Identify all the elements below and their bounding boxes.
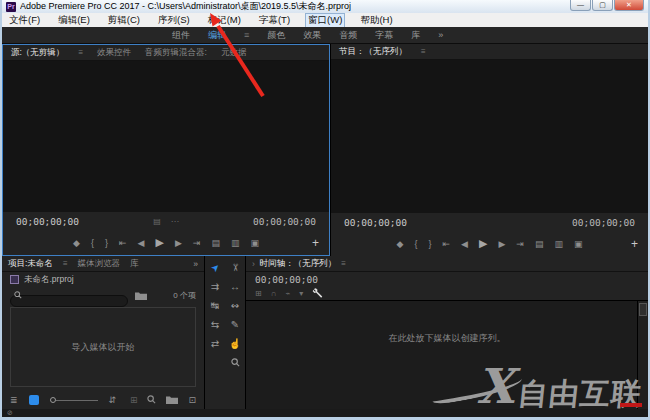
source-playback-settings-icon[interactable]: ⋯	[171, 217, 179, 226]
insert-icon[interactable]: ▤	[211, 238, 220, 248]
tab-audio-clip-mixer[interactable]: 音频剪辑混合器:	[145, 47, 207, 59]
tab-libraries[interactable]: 库	[130, 258, 139, 270]
mark-out-icon[interactable]: }	[105, 238, 108, 248]
automate-to-sequence-icon[interactable]: ⊞	[130, 395, 138, 405]
menu-sequence[interactable]: 序列(S)	[156, 14, 192, 27]
workspace-tab-assembly[interactable]: 组件	[172, 29, 190, 42]
window-title: Adobe Premiere Pro CC 2017 - C:\Users\Ad…	[20, 0, 351, 13]
workspace-tab-effects[interactable]: 效果	[303, 29, 321, 42]
workspace-tab-audio[interactable]: 音频	[339, 29, 357, 42]
razor-tool[interactable]: ✂	[229, 263, 240, 271]
premiere-window: Pr Adobe Premiere Pro CC 2017 - C:\Users…	[0, 0, 650, 420]
drop-hint-label: 导入媒体以开始	[72, 341, 135, 354]
timeline-chevron-icon[interactable]: ›	[252, 259, 255, 269]
button-editor-icon[interactable]: +	[631, 237, 638, 251]
timeline-track-area[interactable]: 在此处放下媒体以创建序列。 X 自由互联	[246, 300, 648, 409]
menu-edit[interactable]: 编辑(E)	[56, 14, 92, 27]
button-editor-icon[interactable]: +	[312, 236, 319, 250]
step-forward-icon[interactable]: ▶	[175, 238, 182, 248]
go-to-in-icon[interactable]: ⇤	[119, 238, 127, 248]
play-icon[interactable]: ▶	[479, 237, 487, 250]
project-panel: 项目:未命名 ≡ 媒体浏览器 库 » 未命名.prproj 0 个项	[2, 256, 204, 409]
folder-icon[interactable]	[135, 291, 147, 300]
tab-media-browser[interactable]: 媒体浏览器	[78, 258, 121, 270]
insert-nest-icon[interactable]: ⊞	[255, 289, 262, 298]
slide-tool[interactable]: ⇄	[211, 338, 219, 349]
tab-effect-controls[interactable]: 效果控件	[97, 47, 131, 59]
menu-help[interactable]: 帮助(H)	[358, 14, 394, 27]
new-bin-icon[interactable]	[166, 395, 178, 404]
workspace-tab-color[interactable]: 颜色	[267, 29, 285, 42]
slip-tool[interactable]: ⇆	[211, 319, 219, 330]
menu-file[interactable]: 文件(F)	[7, 14, 42, 27]
menu-window[interactable]: 窗口(W)	[306, 14, 344, 27]
workspace-tab-titles[interactable]: 字幕	[375, 29, 393, 42]
linked-selection-icon[interactable]: ⌁	[285, 289, 290, 298]
search-icon	[14, 291, 22, 299]
workspace-tab-libraries[interactable]: 库	[411, 29, 420, 42]
timeline-settings-wrench-icon[interactable]	[312, 288, 323, 299]
close-button[interactable]: ✕	[614, 0, 644, 11]
snap-icon[interactable]: ∩	[271, 289, 277, 298]
program-panel-menu-icon[interactable]: ≡	[421, 47, 426, 56]
tab-source[interactable]: 源:（无剪辑）	[11, 47, 64, 59]
export-frame-icon[interactable]: ▣	[574, 239, 583, 249]
source-duration-timecode: 00;00;00;00	[253, 216, 316, 227]
scrollbar-thumb[interactable]	[639, 303, 647, 316]
find-icon[interactable]	[147, 395, 156, 404]
minimize-button[interactable]: —	[570, 0, 591, 11]
overwrite-icon[interactable]: ▥	[231, 238, 240, 248]
tab-metadata[interactable]: 元数据	[221, 47, 247, 59]
selection-tool[interactable]: ➤	[208, 261, 222, 275]
mark-in-icon[interactable]: {	[414, 239, 417, 249]
thumbnail-zoom-slider[interactable]	[50, 397, 98, 403]
ripple-edit-tool[interactable]: ↹	[211, 300, 219, 311]
export-frame-icon[interactable]: ▣	[250, 238, 259, 248]
mark-in-icon[interactable]: {	[91, 238, 94, 248]
step-forward-icon[interactable]: ▶	[498, 239, 505, 249]
tab-timeline[interactable]: 时间轴：（无序列）	[260, 258, 337, 270]
go-to-out-icon[interactable]: ⇥	[516, 239, 524, 249]
timeline-panel-menu-icon[interactable]: ≡	[341, 259, 346, 268]
pen-tool[interactable]: ✎	[231, 319, 239, 330]
mark-out-icon[interactable]: }	[428, 239, 431, 249]
step-back-icon[interactable]: ◀	[461, 239, 468, 249]
timeline-panel-tabs: › 时间轴：（无序列） ≡	[246, 256, 648, 272]
icon-view-icon[interactable]	[29, 395, 39, 405]
project-search-row: 0 个项	[2, 287, 204, 303]
media-drop-zone[interactable]: 导入媒体以开始	[10, 307, 196, 387]
menu-title[interactable]: 字幕(T)	[257, 14, 292, 27]
lift-icon[interactable]: ▤	[535, 239, 544, 249]
sort-icons-icon[interactable]: ⇵	[109, 395, 117, 405]
maximize-button[interactable]: ▢	[592, 0, 613, 11]
zoom-tool[interactable]	[231, 358, 240, 367]
workspace-menu-icon[interactable]: ≡	[244, 30, 249, 40]
go-to-out-icon[interactable]: ⇥	[193, 238, 201, 248]
project-panel-menu-icon[interactable]: ≡	[63, 259, 68, 268]
project-overflow-icon[interactable]: »	[193, 259, 198, 269]
new-item-icon[interactable]: ⊡	[188, 395, 196, 405]
hand-tool[interactable]: ☝	[229, 338, 241, 349]
extract-icon[interactable]: ▥	[554, 239, 563, 249]
source-zoom-level-select[interactable]: ▤	[153, 217, 161, 226]
go-to-in-icon[interactable]: ⇤	[443, 239, 451, 249]
workspace-overflow-icon[interactable]: »	[438, 30, 443, 40]
tab-project[interactable]: 项目:未命名	[8, 258, 53, 270]
step-back-icon[interactable]: ◀	[138, 238, 145, 248]
menu-marker[interactable]: 标记(M)	[206, 14, 243, 27]
add-marker-menu-icon[interactable]: ▾	[299, 289, 303, 298]
add-marker-icon[interactable]: ◆	[397, 239, 404, 249]
tab-program[interactable]: 节目：（无序列）	[339, 46, 407, 58]
track-select-forward-tool[interactable]: ⇉	[211, 281, 219, 292]
rolling-edit-tool[interactable]: ↔	[230, 281, 240, 292]
play-icon[interactable]: ▶	[155, 236, 163, 249]
project-file-row[interactable]: 未命名.prproj	[2, 272, 204, 287]
workspace-tab-editing[interactable]: 编辑	[208, 29, 226, 42]
add-marker-icon[interactable]: ◆	[73, 238, 80, 248]
list-view-icon[interactable]: ≣	[10, 395, 18, 405]
rate-stretch-tool[interactable]: ↭	[231, 300, 239, 311]
menu-clip[interactable]: 剪辑(C)	[106, 14, 142, 27]
source-panel-menu-icon[interactable]: ≡	[78, 48, 83, 57]
search-input[interactable]	[10, 295, 128, 307]
source-transport-controls: ◆ { } ⇤ ◀ ▶ ▶ ⇥ ▤ ▥ ▣ +	[3, 230, 329, 255]
